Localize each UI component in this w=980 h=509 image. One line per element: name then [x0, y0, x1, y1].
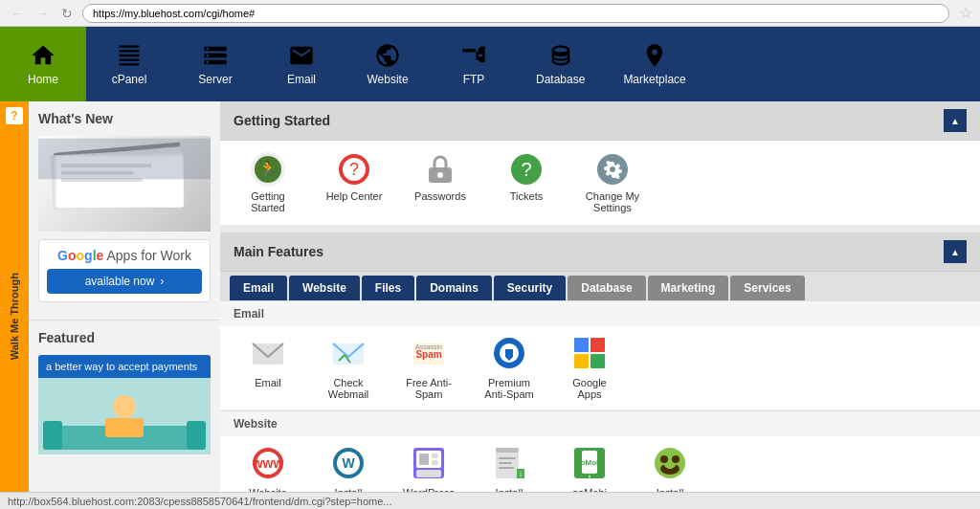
free-anti-spam-item[interactable]: SpamAssassin Free Anti-Spam [400, 336, 457, 400]
tab-services[interactable]: Services [730, 276, 804, 300]
database-icon [547, 42, 574, 69]
check-webmail-label: CheckWebmail [328, 377, 369, 400]
getting-started-section: Getting Started ▲ 🏃 GettingStarted ? Hel… [220, 101, 980, 225]
refresh-button[interactable]: ↻ [57, 4, 77, 23]
svg-rect-47 [432, 460, 438, 465]
getting-started-header: Getting Started ▲ [220, 101, 980, 141]
google-letter-o2: o [77, 248, 85, 263]
available-now-button[interactable]: available now › [47, 269, 202, 294]
status-url: http://box564.bluehost.com:2083/cpess885… [8, 496, 391, 507]
marketplace-icon [641, 42, 668, 69]
svg-point-59 [660, 455, 668, 463]
svg-text:W: W [342, 455, 355, 471]
email-feature-item[interactable]: Email [239, 336, 297, 388]
svg-rect-50 [499, 457, 516, 459]
status-bar: http://box564.bluehost.com:2083/cpess885… [0, 492, 980, 509]
nav-item-database[interactable]: Database [517, 27, 604, 101]
server-icon [202, 42, 229, 69]
featured-section: Featured a better way to accept payments [29, 320, 220, 464]
nav-item-home[interactable]: Home [0, 27, 86, 101]
svg-point-20 [437, 172, 443, 178]
svg-rect-7 [38, 139, 211, 180]
nav-label-home: Home [28, 73, 58, 86]
person-svg [38, 378, 211, 454]
svg-text:Assassin: Assassin [415, 343, 442, 350]
tab-email[interactable]: Email [230, 276, 287, 300]
main-features-collapse[interactable]: ▲ [944, 240, 967, 263]
google-letter-g: G [57, 248, 68, 263]
tab-marketing[interactable]: Marketing [648, 276, 729, 300]
nav-label-marketplace: Marketplace [623, 73, 685, 86]
passwords-item[interactable]: Passwords [412, 152, 469, 202]
bookmark-icon[interactable]: ☆ [959, 4, 972, 22]
email-icons: Email CheckWebmail SpamAssassin Free Ant… [220, 326, 980, 410]
main-features-title: Main Features [234, 244, 323, 259]
svg-rect-10 [43, 421, 62, 450]
nav-item-email[interactable]: Email [258, 27, 345, 101]
svg-rect-45 [419, 454, 429, 465]
google-apps-item[interactable]: GoogleApps [561, 336, 618, 400]
top-nav: Home cPanel Server Email Website FTP Dat… [0, 27, 980, 101]
browser-chrome: ← → ↻ ☆ [0, 0, 980, 27]
cpanel-icon [116, 42, 143, 69]
nav-item-server[interactable]: Server [172, 27, 258, 101]
svg-rect-35 [590, 354, 605, 368]
svg-rect-33 [590, 338, 605, 352]
tickets-label: Tickets [510, 190, 543, 202]
free-anti-spam-label: Free Anti-Spam [406, 377, 452, 400]
help-question-mark[interactable]: ? [6, 107, 23, 124]
email-feature-icon [251, 336, 285, 373]
getting-started-label: GettingStarted [251, 190, 284, 213]
nav-label-database: Database [536, 73, 585, 86]
tab-domains[interactable]: Domains [416, 276, 492, 300]
main-features-section: Main Features ▲ Email Website Files Doma… [220, 232, 980, 509]
nav-label-email: Email [287, 73, 316, 86]
payment-promo-text: a better way to accept payments [38, 355, 211, 378]
nav-label-server: Server [198, 73, 232, 86]
svg-point-24 [610, 166, 615, 172]
google-letter-g2: g [84, 248, 93, 263]
install-wordpress-icon: W [331, 446, 366, 483]
help-center-label: Help Center [326, 190, 383, 202]
google-apps-label: GoogleApps [572, 377, 606, 400]
nav-item-website[interactable]: Website [345, 27, 431, 101]
nav-item-ftp[interactable]: FTP [431, 27, 517, 101]
getting-started-icons: 🏃 GettingStarted ? Help Center Pass [220, 141, 980, 225]
change-settings-icon [595, 152, 630, 187]
back-button[interactable]: ← [8, 4, 27, 23]
apps-for-work-text: Apps for Work [106, 248, 190, 263]
getting-started-collapse[interactable]: ▲ [944, 109, 967, 132]
tab-website[interactable]: Website [289, 276, 360, 300]
change-settings-item[interactable]: Change MySettings [584, 152, 641, 213]
help-center-item[interactable]: ? Help Center [325, 152, 383, 202]
premium-anti-spam-item[interactable]: PremiumAnti-Spam [480, 336, 538, 400]
tickets-item[interactable]: ? Tickets [498, 152, 555, 202]
svg-rect-46 [432, 454, 438, 458]
check-webmail-item[interactable]: CheckWebmail [320, 336, 377, 400]
tab-database[interactable]: Database [568, 276, 645, 300]
getting-started-item[interactable]: 🏃 GettingStarted [239, 152, 297, 213]
svg-rect-51 [499, 462, 512, 464]
website-icon [374, 42, 401, 69]
email-feature-label: Email [255, 377, 281, 388]
website-subsection-header: Website [220, 410, 980, 436]
forward-button[interactable]: → [33, 4, 52, 23]
svg-rect-52 [499, 467, 514, 469]
tab-security[interactable]: Security [494, 276, 566, 300]
ftp-icon [460, 42, 487, 69]
svg-text:www: www [252, 455, 284, 471]
svg-text:🏃: 🏃 [258, 160, 278, 178]
address-bar[interactable] [82, 4, 949, 23]
tab-files[interactable]: Files [362, 276, 414, 300]
install-weebly-icon: ↓ [492, 446, 526, 483]
whats-new-title: What's New [38, 111, 211, 126]
walk-me-through-sidebar[interactable]: ? Walk Me Through [0, 101, 29, 509]
website-manager-icon: www [251, 446, 285, 483]
nav-item-cpanel[interactable]: cPanel [86, 27, 172, 101]
email-icon [288, 42, 315, 69]
svg-text:?: ? [349, 160, 359, 179]
svg-rect-49 [496, 448, 519, 453]
svg-rect-44 [416, 470, 441, 477]
passwords-icon [423, 152, 457, 187]
nav-item-marketplace[interactable]: Marketplace [604, 27, 704, 101]
